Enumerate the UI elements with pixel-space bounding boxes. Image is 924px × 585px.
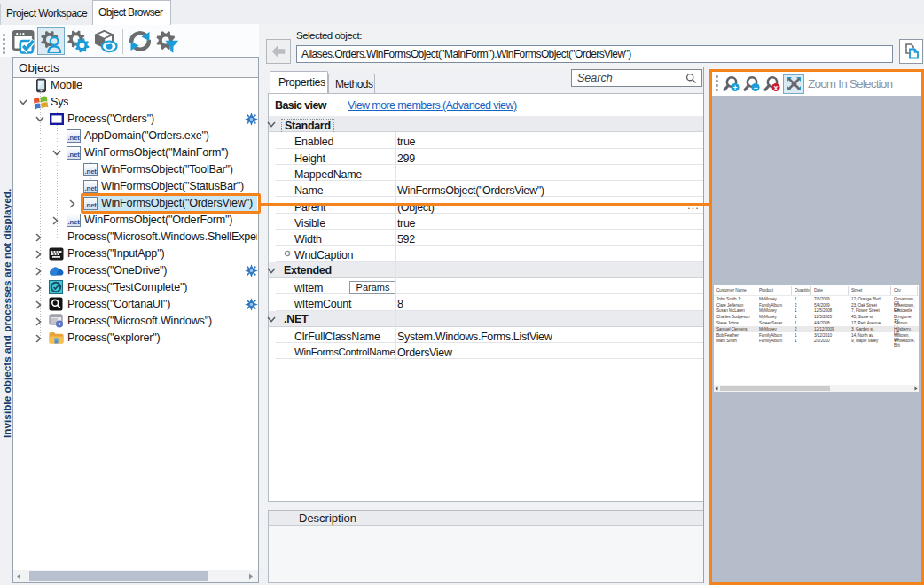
svg-text:+: + bbox=[732, 83, 737, 92]
svg-text:x: x bbox=[774, 83, 779, 92]
svg-text:.net: .net bbox=[68, 218, 81, 226]
svg-text:.net: .net bbox=[85, 184, 98, 192]
svg-text:−: − bbox=[753, 83, 757, 92]
svg-text:.net: .net bbox=[68, 151, 81, 159]
svg-text:.net: .net bbox=[68, 134, 81, 142]
svg-text:.net: .net bbox=[85, 168, 98, 176]
